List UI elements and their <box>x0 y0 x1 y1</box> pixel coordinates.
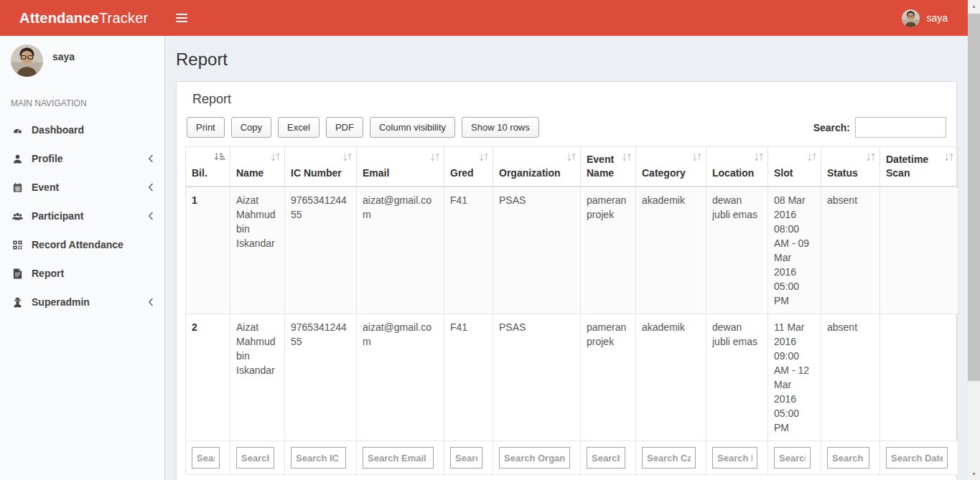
show-10-rows-button[interactable]: Show 10 rows <box>462 117 539 138</box>
filter-cell-email <box>357 441 444 475</box>
report-table: Bil.NameIC NumberEmailGredOrganizationEv… <box>185 146 958 475</box>
sidebar-item-record-attendance[interactable]: Record Attendance <box>0 230 164 259</box>
filter-cell-bil <box>186 441 230 475</box>
column-search-input-event-name[interactable] <box>587 447 625 469</box>
column-header-email[interactable]: Email <box>357 147 444 187</box>
column-title: Location <box>712 166 762 180</box>
sidebar-item-label: Participant <box>32 210 83 222</box>
scroll-up-icon[interactable]: ▲ <box>968 0 980 12</box>
copy-button[interactable]: Copy <box>231 117 271 138</box>
app-logo[interactable]: AttendanceTracker <box>0 0 165 36</box>
sidebar-item-participant[interactable]: Participant <box>0 202 164 230</box>
user-avatar-icon <box>11 44 43 77</box>
sort-both-icon <box>753 152 765 162</box>
sort-both-icon <box>566 152 577 162</box>
sort-both-icon <box>806 152 818 162</box>
sidebar-item-label: Profile <box>32 153 63 164</box>
chevron-left-icon <box>148 183 154 192</box>
table-row: 1Aizat Mahmud bin Iskandar976534124455ai… <box>186 187 958 314</box>
table-row: 2Aizat Mahmud bin Iskandar976534124455ai… <box>186 314 958 441</box>
cell-organization: PSAS <box>493 187 581 314</box>
scroll-down-icon[interactable]: ▼ <box>968 468 980 480</box>
column-header-organization[interactable]: Organization <box>493 147 581 187</box>
cell-bil: 2 <box>186 314 230 441</box>
hamburger-icon <box>176 14 187 15</box>
sort-both-icon <box>342 152 353 162</box>
filter-cell-event-name <box>581 441 636 475</box>
app-logo-bold: Attendance <box>19 10 99 27</box>
table-filter-row <box>186 441 958 475</box>
cell-slot: 08 Mar 2016 08:00 AM - 09 Mar 2016 05:00… <box>768 187 821 314</box>
scrollbar-thumb[interactable] <box>968 14 980 381</box>
column-header-category[interactable]: Category <box>636 147 706 187</box>
column-search-input-gred[interactable] <box>450 447 482 469</box>
filter-cell-ic-number <box>285 441 357 475</box>
sort-both-icon <box>865 152 877 162</box>
column-visibility-button[interactable]: Column visibility <box>370 117 455 138</box>
sort-both-icon <box>943 152 955 162</box>
chevron-left-icon <box>148 212 154 220</box>
column-search-input-ic-number[interactable] <box>291 447 346 469</box>
cell-slot: 11 Mar 2016 09:00 AM - 12 Mar 2016 05:00… <box>768 314 821 441</box>
column-title: Status <box>827 166 874 180</box>
user-icon <box>11 154 24 164</box>
column-header-location[interactable]: Location <box>706 147 768 187</box>
column-header-bil[interactable]: Bil. <box>186 147 230 187</box>
print-button[interactable]: Print <box>187 117 225 138</box>
sidebar-toggle-button[interactable] <box>165 0 198 36</box>
sidebar-section-label: MAIN NAVIGATION <box>0 88 164 116</box>
sort-both-icon <box>270 152 281 162</box>
sidebar-item-superadmin[interactable]: Superadmin <box>0 288 164 316</box>
column-search-input-organization[interactable] <box>499 447 570 469</box>
column-search-input-category[interactable] <box>642 447 696 469</box>
panel-title: Report <box>185 92 948 107</box>
column-search-input-datetime-scan[interactable] <box>886 447 948 469</box>
sidebar-item-dashboard[interactable]: Dashboard <box>0 116 164 144</box>
pdf-button[interactable]: PDF <box>326 117 363 138</box>
table-search-input[interactable] <box>855 117 946 138</box>
cell-ic-number: 976534124455 <box>285 187 357 314</box>
column-header-status[interactable]: Status <box>821 147 880 187</box>
sidebar-item-report[interactable]: Report <box>0 259 164 288</box>
filter-cell-status <box>821 441 880 475</box>
column-header-slot[interactable]: Slot <box>768 147 821 187</box>
filter-cell-organization <box>493 441 581 475</box>
cell-name: Aizat Mahmud bin Iskandar <box>230 187 285 314</box>
column-search-input-slot[interactable] <box>774 447 811 469</box>
user-avatar-icon <box>902 9 920 27</box>
app-logo-light: Tracker <box>99 10 148 27</box>
sort-both-icon <box>478 152 490 162</box>
column-search-input-email[interactable] <box>363 447 434 469</box>
excel-button[interactable]: Excel <box>278 117 319 138</box>
sidebar-item-label: Superadmin <box>32 296 90 308</box>
column-search-input-location[interactable] <box>712 447 757 469</box>
sidebar-item-label: Record Attendance <box>32 239 123 250</box>
column-title: Datetime Scan <box>886 153 952 180</box>
column-search-input-status[interactable] <box>827 447 869 469</box>
cell-gred: F41 <box>444 187 493 314</box>
column-header-ic-number[interactable]: IC Number <box>285 147 357 187</box>
dashboard-icon <box>11 125 24 136</box>
vertical-scrollbar[interactable]: ▲ ▼ <box>968 0 980 480</box>
column-header-name[interactable]: Name <box>230 147 285 187</box>
cell-datetime-scan <box>880 314 958 441</box>
column-search-input-bil[interactable] <box>192 447 220 469</box>
filter-cell-datetime-scan <box>880 441 958 475</box>
column-search-input-name[interactable] <box>236 447 274 469</box>
cell-location: dewan jubli emas <box>706 187 768 314</box>
sidebar-menu: DashboardProfileEventParticipantRecord A… <box>0 116 164 316</box>
navbar-user-menu[interactable]: saya <box>902 0 948 36</box>
sidebar-item-event[interactable]: Event <box>0 173 164 202</box>
sort-both-icon <box>429 152 441 162</box>
sidebar-item-profile[interactable]: Profile <box>0 144 164 173</box>
filter-cell-gred <box>444 441 493 475</box>
filter-cell-name <box>230 441 285 475</box>
calendar-icon <box>11 182 24 193</box>
column-header-event-name[interactable]: Event Name <box>581 147 636 187</box>
cell-datetime-scan <box>880 187 958 314</box>
cell-category: akademik <box>636 314 706 441</box>
column-header-datetime-scan[interactable]: Datetime Scan <box>880 147 958 187</box>
main-content: Report Report PrintCopyExcelPDFColumn vi… <box>165 36 968 480</box>
column-header-gred[interactable]: Gred <box>444 147 493 187</box>
column-title: Category <box>642 166 700 180</box>
